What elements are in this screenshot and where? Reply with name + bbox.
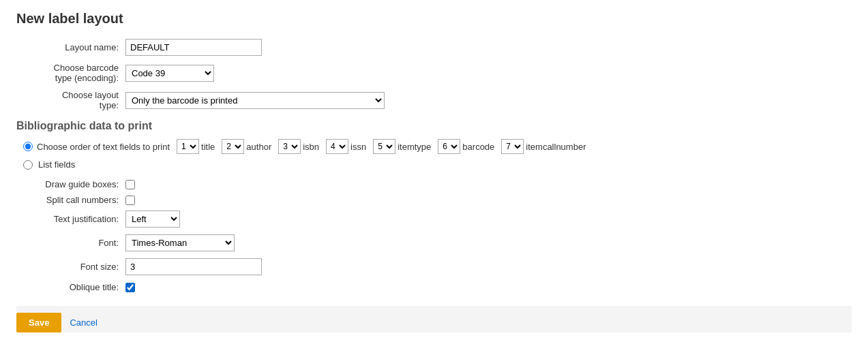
list-fields-label: List fields	[38, 159, 75, 170]
field-author: 1234567 author	[222, 139, 271, 154]
layout-type-label: Choose layouttype:	[16, 90, 125, 110]
field-title: 1234567 title	[177, 139, 215, 154]
font-size-row: Font size:	[16, 258, 852, 275]
layout-name-row: Layout name:	[16, 39, 852, 56]
font-select[interactable]: Times-Roman Helvetica Courier	[125, 234, 235, 251]
text-justification-row: Text justification: Left Center Right	[16, 211, 852, 228]
list-fields-row: List fields	[16, 159, 852, 170]
choose-order-label: Choose order of text fields to print	[37, 142, 170, 152]
issn-order-select[interactable]: 1234567	[326, 139, 348, 154]
split-call-numbers-row: Split call numbers:	[16, 195, 852, 205]
list-fields-radio[interactable]	[23, 160, 33, 170]
author-order-select[interactable]: 1234567	[222, 139, 244, 154]
choose-order-radio[interactable]	[23, 142, 33, 151]
itemcallnumber-order-select[interactable]: 1234567	[501, 139, 524, 154]
text-justification-select[interactable]: Left Center Right	[125, 211, 180, 228]
barcode-label: barcode	[462, 142, 494, 152]
field-itemcallnumber: 1234567 itemcallnumber	[501, 139, 586, 154]
font-size-input[interactable]	[125, 258, 262, 275]
layout-name-label: Layout name:	[16, 42, 125, 52]
page-title: New label layout	[16, 11, 852, 27]
author-label: author	[246, 142, 271, 152]
title-order-select[interactable]: 1234567	[177, 139, 199, 154]
barcode-type-select[interactable]: Code 39 Code 128 EAN8 EAN13	[125, 65, 214, 82]
oblique-title-row: Oblique title:	[16, 282, 852, 292]
itemtype-label: itemtype	[398, 142, 431, 152]
field-isbn: 1234567 isbn	[278, 139, 319, 154]
itemtype-order-select[interactable]: 1234567	[373, 139, 395, 154]
field-itemtype: 1234567 itemtype	[373, 139, 431, 154]
title-label: title	[201, 142, 215, 152]
page-container: New label layout Layout name: Choose bar…	[0, 0, 868, 357]
barcode-type-label: Choose barcodetype (encoding):	[16, 63, 125, 83]
barcode-order-select[interactable]: 1234567	[438, 139, 460, 154]
oblique-title-checkbox[interactable]	[125, 283, 135, 292]
field-barcode: 1234567 barcode	[438, 139, 494, 154]
cancel-button[interactable]: Cancel	[70, 317, 97, 328]
draw-guide-boxes-label: Draw guide boxes:	[16, 179, 125, 189]
itemcallnumber-label: itemcallnumber	[526, 142, 586, 152]
draw-guide-boxes-row: Draw guide boxes:	[16, 179, 852, 189]
choose-order-row: Choose order of text fields to print 123…	[16, 139, 852, 154]
font-row: Font: Times-Roman Helvetica Courier	[16, 234, 852, 251]
draw-guide-boxes-checkbox[interactable]	[125, 180, 135, 189]
isbn-order-select[interactable]: 1234567	[278, 139, 301, 154]
font-label: Font:	[16, 238, 125, 248]
isbn-label: isbn	[303, 142, 319, 152]
font-size-label: Font size:	[16, 262, 125, 272]
issn-label: issn	[350, 142, 366, 152]
layout-name-input[interactable]	[125, 39, 262, 56]
split-call-numbers-label: Split call numbers:	[16, 195, 125, 205]
save-button[interactable]: Save	[16, 313, 61, 332]
layout-type-select[interactable]: Only the barcode is printed Barcode and …	[125, 92, 385, 109]
section-title: Bibliographic data to print	[16, 120, 852, 132]
field-issn: 1234567 issn	[326, 139, 366, 154]
split-call-numbers-checkbox[interactable]	[125, 196, 135, 205]
text-justification-label: Text justification:	[16, 214, 125, 224]
barcode-type-row: Choose barcodetype (encoding): Code 39 C…	[16, 63, 852, 83]
footer-buttons: Save Cancel	[16, 306, 852, 332]
layout-type-row: Choose layouttype: Only the barcode is p…	[16, 90, 852, 110]
oblique-title-label: Oblique title:	[16, 282, 125, 292]
